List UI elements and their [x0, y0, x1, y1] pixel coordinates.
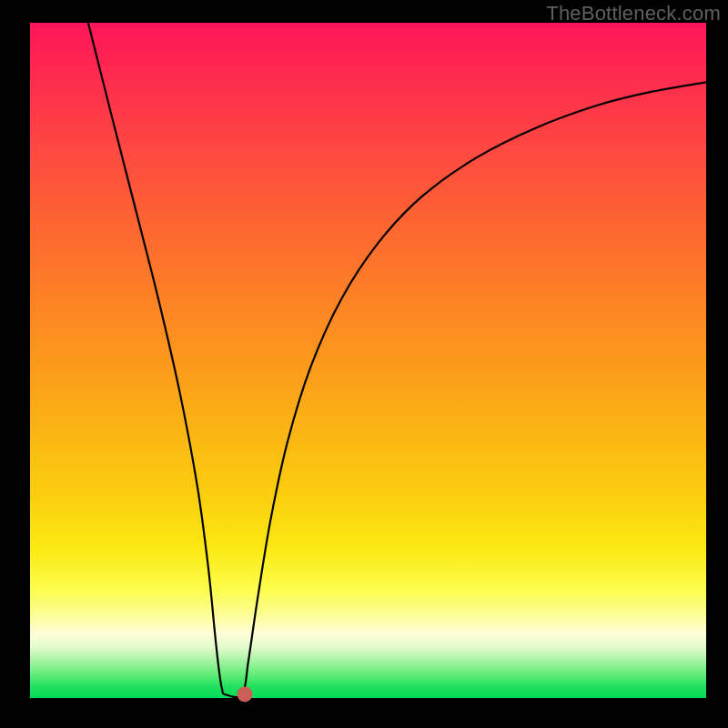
plot-background — [30, 23, 706, 698]
chart-frame: TheBottleneck.com — [0, 0, 728, 728]
